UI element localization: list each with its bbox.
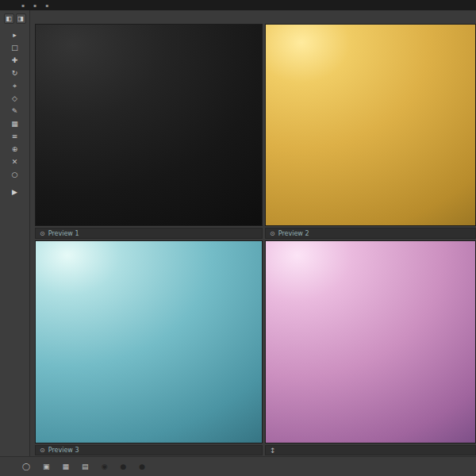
tool-list: ▸ □ ✚ ↻ ⌖ ◇ ✎ ▦ ≡ ⊕ ✕ ○ ▶ [0, 29, 29, 198]
view-menu-icon[interactable]: ▪ [45, 3, 48, 8]
lines-tool[interactable]: ≡ [6, 130, 24, 143]
resize-handle-icon[interactable]: ↕ [270, 447, 276, 455]
rotate-tool[interactable]: ↻ [6, 67, 24, 79]
dot-icon[interactable]: ● [120, 463, 126, 470]
play-tool[interactable]: ▶ [6, 186, 24, 198]
circle-tool[interactable]: ○ [6, 168, 24, 181]
status-icon: ⊙ [270, 230, 275, 237]
main-area: ◧ ◨ ▸ □ ✚ ↻ ⌖ ◇ ✎ ▦ ≡ ⊕ ✕ ○ ▶ [0, 10, 476, 456]
viewport-label: Preview 1 [48, 230, 79, 237]
add-tool[interactable]: ⊕ [6, 143, 24, 155]
viewport-top-left[interactable] [35, 24, 263, 226]
record-icon[interactable]: ◯ [22, 463, 30, 470]
stop-icon[interactable]: ▣ [43, 463, 50, 470]
tool-sidebar: ◧ ◨ ▸ □ ✚ ↻ ⌖ ◇ ✎ ▦ ≡ ⊕ ✕ ○ ▶ [0, 10, 30, 456]
status-icon: ⊙ [40, 230, 45, 237]
viewport-label: Preview 2 [278, 230, 309, 237]
marquee-tool[interactable]: □ [6, 41, 24, 54]
user-icon[interactable]: ◉ [102, 463, 108, 470]
delete-tool[interactable]: ✕ [6, 155, 24, 168]
grid-icon[interactable]: ▦ [63, 463, 70, 470]
viewport-bottom-right[interactable] [265, 240, 476, 443]
viewport-top-left-statusbar: ⊙ Preview 1 [35, 228, 263, 239]
sidebar-tab-row: ◧ ◨ [0, 13, 29, 24]
file-menu-icon[interactable]: ▪ [33, 3, 36, 8]
options-tab[interactable]: ◨ [16, 13, 26, 24]
viewport-bottom-left[interactable] [35, 240, 263, 443]
grid-tool[interactable]: ▦ [6, 117, 24, 130]
tools-tab[interactable]: ◧ [4, 13, 14, 24]
dot-icon-2[interactable]: ● [139, 463, 145, 470]
shape-tool[interactable]: ◇ [6, 92, 24, 105]
statusbar: ◯ ▣ ▦ ▤ ◉ ● ● [0, 456, 476, 476]
target-tool[interactable]: ⌖ [6, 79, 24, 92]
viewport-bottom-left-statusbar: ⊙ Preview 3 [35, 445, 263, 455]
viewport-top-right[interactable] [265, 24, 476, 226]
select-tool[interactable]: ▸ [6, 29, 24, 41]
viewport-bottom-right-statusbar: ↕ [265, 445, 476, 455]
app-menu-icon[interactable]: ▪ [21, 3, 25, 8]
move-tool[interactable]: ✚ [6, 54, 24, 67]
viewport-top-right-statusbar: ⊙ Preview 2 [265, 228, 476, 239]
layers-icon[interactable]: ▤ [82, 463, 89, 470]
pen-tool[interactable]: ✎ [6, 105, 24, 117]
app-window: ▪ ▪ ▪ ◧ ◨ ▸ □ ✚ ↻ ⌖ ◇ ✎ ▦ ≡ ⊕ ✕ ○ [0, 0, 476, 476]
viewport-grid: ⊙ Preview 1 ⊙ Preview 2 ⊙ Preview 3 ↕ [30, 10, 476, 456]
viewport-label: Preview 3 [48, 447, 79, 454]
status-icon: ⊙ [40, 447, 45, 454]
menubar: ▪ ▪ ▪ [0, 0, 476, 10]
